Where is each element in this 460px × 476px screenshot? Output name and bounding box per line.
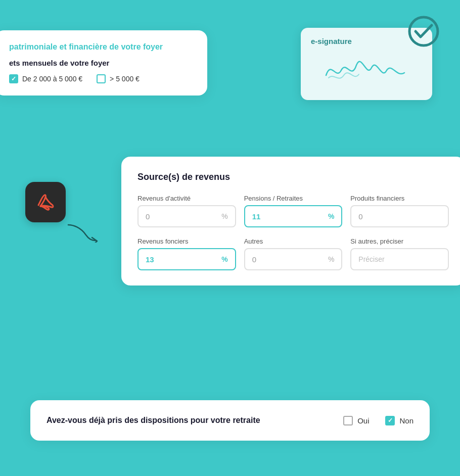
radio-non[interactable] (385, 416, 395, 425)
field-input-produits[interactable]: 0 % (350, 205, 449, 227)
check-circle (406, 14, 441, 49)
field-label-autres: Autres (244, 237, 343, 245)
field-input-si-autres[interactable]: Préciser (350, 248, 449, 270)
checkbox-label-2: > 5 000 € (110, 75, 140, 83)
checkbox-row: De 2 000 à 5 000 € > 5 000 € (9, 74, 193, 83)
radio-item-oui[interactable]: Oui (343, 416, 369, 425)
signature-svg (321, 55, 412, 85)
form-grid: Revenus d'activité 0 % Pensions / Retrai… (137, 195, 449, 270)
svg-point-0 (409, 17, 438, 45)
radio-label-oui: Oui (357, 416, 369, 425)
section-title: Source(s) de revenus (137, 172, 449, 182)
field-group-autres: Autres 0 % (244, 237, 343, 270)
field-value-autres: 0 (252, 255, 256, 264)
percent-1: % (221, 212, 227, 220)
checkbox-2[interactable] (97, 74, 106, 83)
percent-5: % (328, 255, 334, 263)
esignature-label: e-signature (311, 37, 422, 45)
field-label-si-autres: Si autres, préciser (350, 237, 449, 245)
pdf-acrobat-svg (34, 191, 57, 213)
field-input-revenus-fonciers[interactable]: 13 % (137, 248, 236, 270)
field-input-revenus-activite[interactable]: 0 % (137, 205, 236, 227)
field-group-si-autres: Si autres, préciser Préciser (350, 237, 449, 270)
top-card: patrimoniale et financière de votre foye… (0, 30, 207, 96)
top-card-title: patrimoniale et financière de votre foye… (9, 42, 193, 52)
top-card-subtitle: ets mensuels de votre foyer (9, 59, 193, 67)
field-group-produits: Produits financiers 0 % (350, 195, 449, 227)
pdf-icon (25, 182, 66, 222)
bottom-question: Avez-vous déjà pris des dispositions pou… (47, 414, 260, 426)
checkbox-label-1: De 2 000 à 5 000 € (22, 75, 82, 83)
field-label-revenus-activite: Revenus d'activité (137, 195, 236, 202)
field-value-revenus-activite: 0 (146, 212, 150, 221)
field-label-pensions: Pensions / Retraites (244, 195, 343, 202)
field-group-revenus-activite: Revenus d'activité 0 % (137, 195, 236, 227)
field-group-pensions: Pensions / Retraites 11 % (244, 195, 343, 227)
field-group-revenus-fonciers: Revenus fonciers 13 % (137, 237, 236, 270)
field-value-revenus-fonciers: 13 (146, 255, 154, 264)
field-input-pensions[interactable]: 11 % (244, 205, 343, 227)
checkbox-1[interactable] (9, 74, 18, 83)
checkbox-item-1[interactable]: De 2 000 à 5 000 € (9, 74, 82, 83)
main-form-card: Source(s) de revenus Revenus d'activité … (121, 157, 460, 285)
radio-item-non[interactable]: Non (385, 416, 413, 425)
field-value-pensions: 11 (252, 212, 261, 221)
field-placeholder-si-autres: Préciser (358, 255, 384, 263)
field-label-produits: Produits financiers (350, 195, 449, 202)
field-value-produits: 0 (358, 212, 362, 221)
radio-oui[interactable] (343, 416, 353, 425)
checkbox-item-2[interactable]: > 5 000 € (97, 74, 140, 83)
percent-2: % (328, 212, 334, 220)
bottom-card: Avez-vous déjà pris des dispositions pou… (30, 400, 430, 441)
pdf-arrow (66, 222, 101, 245)
radio-label-non: Non (399, 416, 413, 425)
radio-group: Oui Non (343, 416, 413, 425)
signature-area (311, 53, 422, 88)
field-input-autres[interactable]: 0 % (244, 248, 343, 270)
percent-4: % (221, 255, 227, 263)
field-label-revenus-fonciers: Revenus fonciers (137, 237, 236, 245)
